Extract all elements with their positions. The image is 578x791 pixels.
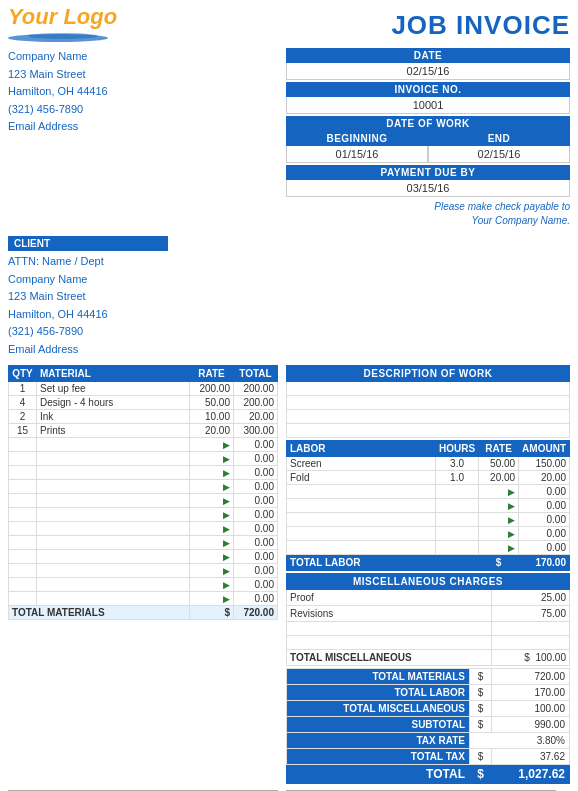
client-left: CLIENT ATTN: Name / Dept Company Name 12… xyxy=(8,236,278,359)
total-labor-label: TOTAL LABOR xyxy=(287,684,470,700)
material-row-4: ▶ 0.00 xyxy=(9,437,278,451)
material-row-5: ▶ 0.00 xyxy=(9,451,278,465)
description-table: DESCRIPTION OF WORK xyxy=(286,365,570,438)
total-materials-value: 720.00 xyxy=(491,668,569,684)
invoice-title: JOB INVOICE xyxy=(391,6,570,41)
misc-desc: Revisions xyxy=(287,605,492,621)
labor-name xyxy=(287,526,436,540)
mat-total: 0.00 xyxy=(234,521,278,535)
desc-row xyxy=(287,423,570,437)
mat-total: 0.00 xyxy=(234,437,278,451)
mat-total: 0.00 xyxy=(234,549,278,563)
material-row-7: ▶ 0.00 xyxy=(9,479,278,493)
misc-amount: 25.00 xyxy=(492,589,570,605)
materials-total-value: 720.00 xyxy=(234,605,278,619)
mat-rate: ▶ xyxy=(190,479,234,493)
mat-total: 0.00 xyxy=(234,493,278,507)
misc-desc xyxy=(287,635,492,649)
grand-total-dollar: $ xyxy=(469,764,491,783)
hours-col-header: HOURS xyxy=(435,440,478,456)
mat-rate: ▶ xyxy=(190,563,234,577)
mat-qty xyxy=(9,577,37,591)
misc-body: Proof 25.00 Revisions 75.00 xyxy=(287,589,570,649)
grand-total-value: 1,027.62 xyxy=(491,764,569,783)
material-row-1: 4 Design - 4 hours 50.00 200.00 xyxy=(9,395,278,409)
invoice-meta-section: DATE 02/15/16 INVOICE NO. 10001 DATE OF … xyxy=(286,48,570,232)
end-label: END xyxy=(428,131,570,146)
labor-amount: 0.00 xyxy=(519,512,570,526)
mat-total: 20.00 xyxy=(234,409,278,423)
material-row-6: ▶ 0.00 xyxy=(9,465,278,479)
material-row-11: ▶ 0.00 xyxy=(9,535,278,549)
svg-point-1 xyxy=(28,33,98,39)
company-email: Email Address xyxy=(8,118,278,136)
invoice-no-label: INVOICE NO. xyxy=(286,82,570,97)
date-of-work-label: DATE OF WORK xyxy=(286,116,570,131)
misc-dollar: $ xyxy=(524,652,530,663)
mat-total: 0.00 xyxy=(234,535,278,549)
labor-hours xyxy=(435,512,478,526)
labor-hours xyxy=(435,540,478,554)
labor-amount: 0.00 xyxy=(519,540,570,554)
payable-note: Please make check payable to Your Compan… xyxy=(286,200,570,228)
beginning-value: 01/15/16 xyxy=(286,146,428,163)
materials-table: QTY MATERIAL RATE TOTAL 1 Set up fee 200… xyxy=(8,365,278,620)
company-info-section: Company Name 123 Main Street Hamilton, O… xyxy=(8,48,278,232)
client-section: CLIENT ATTN: Name / Dept Company Name 12… xyxy=(8,236,570,359)
mat-total: 0.00 xyxy=(234,479,278,493)
mat-total: 0.00 xyxy=(234,451,278,465)
misc-total-row: TOTAL MISCELLANEOUS $ 100.00 xyxy=(287,649,570,665)
mat-rate: ▶ xyxy=(190,549,234,563)
desc-body xyxy=(287,381,570,437)
misc-total-value: 100.00 xyxy=(535,652,566,663)
mat-material: Prints xyxy=(37,423,190,437)
mat-total: 0.00 xyxy=(234,591,278,605)
company-name: Company Name xyxy=(8,48,278,66)
mat-total: 0.00 xyxy=(234,577,278,591)
labor-hours: 1.0 xyxy=(435,470,478,484)
logo-swoosh-icon xyxy=(8,30,108,42)
misc-table: MISCELLANEOUS CHARGES Proof 25.00 Revisi… xyxy=(286,573,570,666)
misc-total-label: TOTAL MISCELLANEOUS xyxy=(287,649,492,665)
tables-section: QTY MATERIAL RATE TOTAL 1 Set up fee 200… xyxy=(8,365,570,784)
material-row-14: ▶ 0.00 xyxy=(9,577,278,591)
mat-total: 200.00 xyxy=(234,395,278,409)
misc-header-row: MISCELLANEOUS CHARGES xyxy=(287,573,570,589)
client-info: ATTN: Name / Dept Company Name 123 Main … xyxy=(8,253,278,359)
labor-amount: 0.00 xyxy=(519,484,570,498)
labor-body: Screen 3.0 50.00 150.00 Fold 1.0 20.00 2… xyxy=(287,456,570,554)
mat-rate: ▶ xyxy=(190,535,234,549)
mat-qty: 2 xyxy=(9,409,37,423)
date-label: DATE xyxy=(286,48,570,63)
labor-row-2: ▶ 0.00 xyxy=(287,484,570,498)
grand-total-row: TOTAL $ 1,027.62 xyxy=(287,764,570,783)
total-misc-label: TOTAL MISCELLANEOUS xyxy=(287,700,470,716)
client-email: Email Address xyxy=(8,341,278,359)
client-city: Hamilton, OH 44416 xyxy=(8,306,278,324)
labor-rate: ▶ xyxy=(479,526,519,540)
mat-material xyxy=(37,535,190,549)
labor-row-3: ▶ 0.00 xyxy=(287,498,570,512)
labor-amount: 150.00 xyxy=(519,456,570,470)
mat-rate: ▶ xyxy=(190,437,234,451)
payment-due-label: PAYMENT DUE BY xyxy=(286,165,570,180)
labor-row-4: ▶ 0.00 xyxy=(287,512,570,526)
mat-rate: ▶ xyxy=(190,507,234,521)
labor-rate-col-header: RATE xyxy=(479,440,519,456)
client-phone: (321) 456-7890 xyxy=(8,323,278,341)
mat-qty xyxy=(9,451,37,465)
mat-total: 200.00 xyxy=(234,381,278,395)
mat-rate: 10.00 xyxy=(190,409,234,423)
mat-material xyxy=(37,451,190,465)
desc-row xyxy=(287,381,570,395)
invoice-page: Your Logo JOB INVOICE Company Name 123 M… xyxy=(0,0,578,791)
date-value: 02/15/16 xyxy=(286,63,570,80)
labor-row-0: Screen 3.0 50.00 150.00 xyxy=(287,456,570,470)
materials-total-row: TOTAL MATERIALS $ 720.00 xyxy=(9,605,278,619)
mat-qty: 15 xyxy=(9,423,37,437)
labor-name xyxy=(287,540,436,554)
total-materials-dollar: $ xyxy=(469,668,491,684)
misc-row-0: Proof 25.00 xyxy=(287,589,570,605)
material-row-3: 15 Prints 20.00 300.00 xyxy=(9,423,278,437)
labor-name xyxy=(287,498,436,512)
